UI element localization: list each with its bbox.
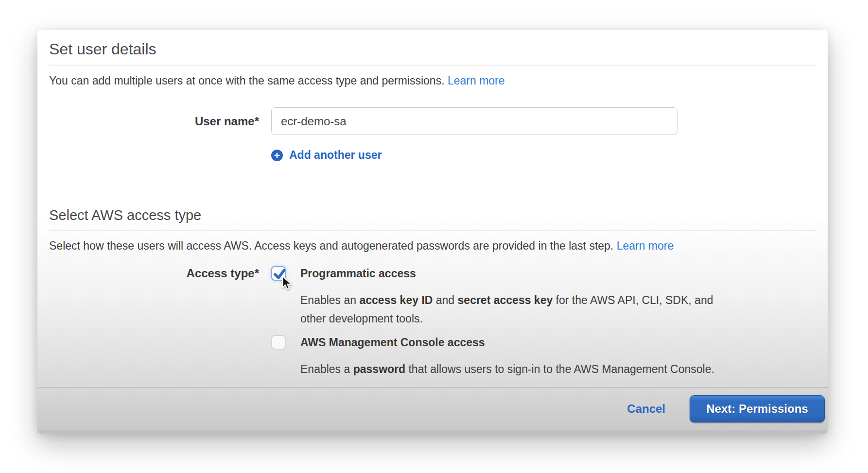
programmatic-access-checkbox[interactable] [271, 266, 286, 281]
learn-more-link-access-type[interactable]: Learn more [617, 239, 674, 252]
access-type-description: Select how these users will access AWS. … [49, 238, 816, 253]
cancel-button[interactable]: Cancel [627, 402, 665, 416]
add-another-user-link[interactable]: Add another user [289, 149, 382, 162]
option-text: AWS Management Console access Enables a … [300, 335, 714, 378]
user-name-input[interactable] [271, 107, 677, 135]
card-body: Set user details You can add multiple us… [37, 30, 828, 387]
page-title: Set user details [49, 30, 816, 66]
add-another-user-row: + Add another user [271, 149, 816, 162]
wizard-footer: Cancel Next: Permissions [37, 387, 828, 430]
plus-circle-icon[interactable]: + [271, 150, 283, 161]
console-access-checkbox[interactable] [271, 335, 286, 350]
next-permissions-button[interactable]: Next: Permissions [690, 395, 825, 422]
user-name-label: User name* [49, 114, 259, 129]
programmatic-access-title[interactable]: Programmatic access [300, 266, 713, 281]
programmatic-access-description: Enables an access key ID and secret acce… [300, 291, 713, 328]
learn-more-link-user-details[interactable]: Learn more [448, 74, 505, 87]
option-text: Programmatic access Enables an access ke… [300, 266, 713, 328]
checkmark-icon [273, 267, 286, 281]
user-details-description-text: You can add multiple users at once with … [49, 74, 445, 87]
option-console-access: AWS Management Console access Enables a … [271, 335, 714, 378]
section-title-access-type: Select AWS access type [49, 207, 816, 231]
user-name-row: User name* [49, 107, 816, 135]
add-user-page: Set user details You can add multiple us… [0, 0, 868, 473]
set-user-details-card: Set user details You can add multiple us… [37, 30, 828, 434]
access-type-row: Access type* Programmatic access Enables… [49, 266, 816, 378]
access-type-description-text: Select how these users will access AWS. … [49, 239, 613, 252]
card-bottom-strip [37, 430, 828, 434]
access-type-options: Programmatic access Enables an access ke… [271, 266, 714, 378]
option-programmatic-access: Programmatic access Enables an access ke… [271, 266, 714, 328]
console-access-description: Enables a password that allows users to … [300, 360, 714, 378]
console-access-title[interactable]: AWS Management Console access [300, 335, 714, 350]
access-type-label: Access type* [49, 266, 259, 281]
user-details-description: You can add multiple users at once with … [49, 73, 816, 88]
